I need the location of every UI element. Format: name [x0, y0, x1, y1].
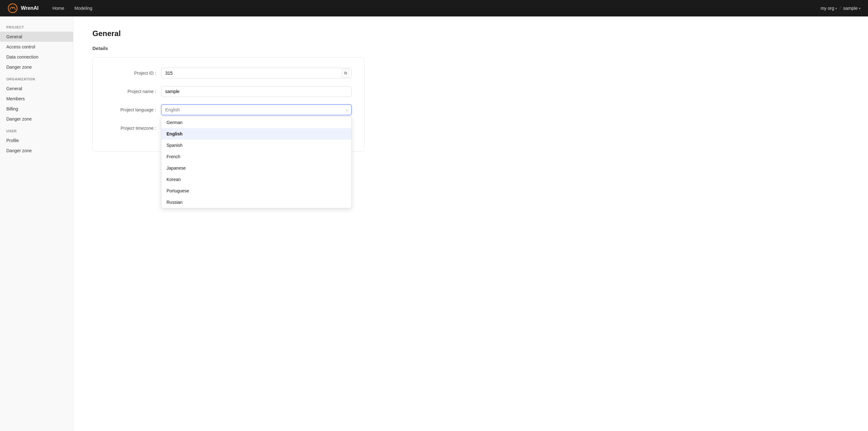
nav-divider: / [839, 6, 841, 11]
project-name-input-wrap [161, 86, 352, 97]
sidebar-item-project-general[interactable]: General [0, 32, 73, 42]
language-option-spanish[interactable]: Spanish [161, 139, 351, 151]
top-navigation: WrenAI Home Modeling my org ▾ / sample ▾ [0, 0, 868, 16]
sidebar-item-data-connection[interactable]: Data connection [0, 52, 73, 62]
sidebar-section-organization: Organization [0, 72, 73, 84]
project-timezone-label: Project timezone : [105, 126, 156, 131]
org-name: my org [820, 6, 834, 11]
project-id-input[interactable] [161, 68, 352, 78]
project-name: sample [843, 6, 858, 11]
project-id-label: Project ID : [105, 71, 156, 76]
language-dropdown-menu: German English Spanish French Japanese K… [161, 117, 352, 208]
sidebar-item-billing[interactable]: Billing [0, 104, 73, 114]
copy-icon: ⧉ [344, 71, 347, 76]
language-search-icon: ⌕ [346, 108, 348, 112]
main-content: General Details Project ID : ⧉ Project n… [73, 16, 868, 431]
nav-links: Home Modeling [49, 4, 810, 13]
sidebar-item-org-danger[interactable]: Danger zone [0, 114, 73, 124]
sidebar-item-org-general[interactable]: General [0, 84, 73, 94]
language-option-french[interactable]: French [161, 151, 351, 162]
project-selector[interactable]: sample ▾ [843, 6, 860, 11]
page-title: General [92, 29, 849, 38]
wren-logo-icon [8, 3, 18, 13]
nav-home[interactable]: Home [49, 4, 68, 13]
copy-button[interactable]: ⧉ [342, 69, 349, 77]
language-option-korean[interactable]: Korean [161, 174, 351, 185]
page-layout: Project General Access control Data conn… [0, 16, 868, 431]
org-selector[interactable]: my org ▾ [820, 6, 837, 11]
section-title: Details [92, 45, 849, 51]
project-name-label: Project name : [105, 89, 156, 94]
org-chevron-icon: ▾ [835, 7, 837, 10]
logo-text: WrenAI [21, 5, 39, 11]
sidebar-section-user: User [0, 124, 73, 135]
project-language-label: Project language : [105, 107, 156, 112]
nav-modeling[interactable]: Modeling [70, 4, 96, 13]
project-name-input[interactable] [161, 86, 352, 97]
sidebar-item-profile[interactable]: Profile [0, 135, 73, 145]
sidebar: Project General Access control Data conn… [0, 16, 73, 431]
sidebar-item-project-danger[interactable]: Danger zone [0, 62, 73, 72]
language-option-portuguese[interactable]: Portuguese [161, 185, 351, 197]
project-name-row: Project name : [105, 86, 352, 97]
language-search-input[interactable] [161, 104, 352, 115]
sidebar-item-user-danger[interactable]: Danger zone [0, 145, 73, 156]
sidebar-item-access-control[interactable]: Access control [0, 42, 73, 52]
project-id-input-wrap: ⧉ [161, 68, 352, 78]
logo[interactable]: WrenAI [8, 3, 39, 13]
project-language-row: Project language : ⌕ German English Span… [105, 104, 352, 115]
project-chevron-icon: ▾ [859, 7, 860, 10]
sidebar-item-members[interactable]: Members [0, 94, 73, 104]
topnav-right: my org ▾ / sample ▾ [820, 6, 860, 11]
language-option-english[interactable]: English [161, 128, 351, 139]
language-option-japanese[interactable]: Japanese [161, 162, 351, 174]
sidebar-section-project: Project [0, 24, 73, 32]
project-id-row: Project ID : ⧉ [105, 68, 352, 78]
language-input-wrap: ⌕ [161, 104, 352, 115]
form-card: Project ID : ⧉ Project name : Project la… [92, 57, 365, 152]
language-dropdown-container: ⌕ German English Spanish French Japanese… [161, 104, 352, 115]
language-option-german[interactable]: German [161, 117, 351, 128]
language-option-russian[interactable]: Russian [161, 197, 351, 208]
